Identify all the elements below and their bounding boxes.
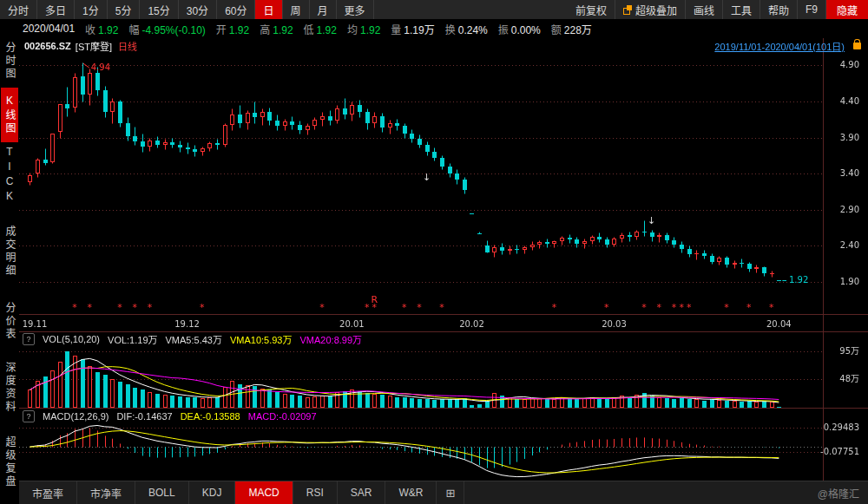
- indicator-grid-button[interactable]: ⊞: [437, 481, 464, 504]
- vol-value: VOL:1.19万: [108, 332, 157, 346]
- vol-indicator-name[interactable]: VOL(5,10,20): [43, 334, 100, 344]
- quote-avg: 均1.92: [347, 22, 380, 36]
- field-value: 0.00%: [511, 24, 541, 36]
- quote-low: 低1.92: [304, 22, 337, 36]
- toolbar-item-tools[interactable]: 工具: [723, 0, 760, 19]
- dif-value: DIF:-0.14637: [116, 411, 172, 422]
- field-label: 额: [551, 24, 562, 36]
- quote-change: 幅-4.95%(-0.10): [128, 22, 205, 36]
- toolbar-item-super-overlay[interactable]: 超级叠加: [615, 0, 686, 19]
- chart-main-area: 002656.SZ [ST摩登] 日线 2019/11/01-2020/04/0…: [19, 38, 868, 504]
- watermark: @格隆汇: [818, 486, 859, 501]
- tab-rsi[interactable]: RSI: [293, 481, 338, 504]
- field-value: -4.95%(-0.10): [141, 24, 205, 36]
- quote-close: 收1.92: [85, 22, 118, 36]
- toolbar-item-daily[interactable]: 日: [255, 0, 282, 19]
- tab-sar[interactable]: SAR: [338, 481, 386, 504]
- macd-pane-header: ? MACD(12,26,9) DIF:-0.14637 DEA:-0.1358…: [23, 409, 325, 422]
- field-label: 量: [391, 24, 401, 36]
- toolbar-item-60min[interactable]: 60分: [217, 0, 255, 19]
- field-value: 1.92: [98, 24, 118, 36]
- toolbar-item-weekly[interactable]: 周: [283, 0, 310, 19]
- quote-amount: 额228万: [551, 22, 592, 36]
- dea-value: DEA:-0.13588: [181, 411, 240, 422]
- toolbar-item-30min[interactable]: 30分: [179, 0, 217, 19]
- field-value: 1.92: [273, 24, 293, 36]
- macd-indicator-name[interactable]: MACD(12,26,9): [43, 411, 108, 422]
- tab-wr[interactable]: W&R: [385, 481, 437, 504]
- field-value: 0.24%: [458, 24, 488, 36]
- help-icon[interactable]: ?: [23, 333, 35, 345]
- field-label: 均: [347, 24, 358, 36]
- top-toolbar: 分时 多日 1分 5分 15分 30分 60分 日 周 月 更多 前复权 超级叠…: [0, 0, 868, 19]
- toolbar-right-group: 前复权 超级叠加 画线 工具 帮助 F9 隐藏: [568, 0, 868, 19]
- tab-boll[interactable]: BOLL: [135, 481, 189, 504]
- quote-open: 开1.92: [216, 22, 249, 36]
- toolbar-item-monthly[interactable]: 月: [310, 0, 337, 19]
- quote-high: 高1.92: [260, 22, 293, 36]
- stock-name: [ST摩登]: [76, 39, 112, 53]
- quote-amplitude: 振0.00%: [498, 22, 541, 36]
- chart-period-label: 日线: [118, 39, 137, 53]
- help-icon[interactable]: ?: [23, 410, 35, 422]
- vma20-value: VMA20:8.99万: [300, 332, 363, 346]
- field-value: 1.19万: [404, 24, 434, 36]
- tab-pe-ratio[interactable]: 市盈率: [19, 481, 77, 504]
- tab-kdj[interactable]: KDJ: [189, 481, 236, 504]
- sidebar-item-price-table[interactable]: 分价表: [1, 302, 18, 341]
- toolbar-item-5min[interactable]: 5分: [108, 0, 141, 19]
- sidebar-item-tick[interactable]: TICK: [1, 146, 18, 205]
- indicator-tabs-bar: 市盈率 市净率 BOLL KDJ MACD RSI SAR W&R ⊞ @格隆汇: [19, 481, 868, 504]
- volume-pane-header: ? VOL(5,10,20) VOL:1.19万 VMA5:5.43万 VMA1…: [23, 332, 370, 345]
- toolbar-item-more[interactable]: 更多: [337, 0, 374, 19]
- toolbar-item-f9[interactable]: F9: [798, 0, 826, 19]
- field-label: 低: [304, 24, 314, 36]
- overlay-icon: [623, 5, 632, 14]
- toolbar-item-fenshi[interactable]: 分时: [0, 0, 37, 19]
- field-value: 1.92: [317, 24, 337, 36]
- vma5-value: VMA5:5.43万: [166, 332, 222, 346]
- field-label: 收: [85, 24, 95, 36]
- tab-pb-ratio[interactable]: 市净率: [77, 481, 135, 504]
- field-label: 振: [498, 24, 509, 36]
- tab-macd[interactable]: MACD: [235, 481, 293, 504]
- field-label: 高: [260, 24, 270, 36]
- toolbar-item-draw-line[interactable]: 画线: [686, 0, 723, 19]
- field-label: 开: [216, 24, 227, 36]
- lock-icon[interactable]: [853, 43, 861, 49]
- field-value: 1.92: [229, 24, 249, 36]
- quote-turnover-rate: 换0.24%: [445, 22, 488, 36]
- quote-volume: 量1.19万: [391, 22, 434, 36]
- sidebar-item-time-chart[interactable]: 分时图: [1, 42, 18, 81]
- sidebar-item-depth-info[interactable]: 深度资料: [1, 362, 18, 414]
- date-range-link[interactable]: 2019/11/01-2020/04/01(101日): [714, 39, 845, 53]
- toolbar-item-hide[interactable]: 隐藏: [826, 0, 868, 19]
- sidebar-item-super-review[interactable]: 超级复盘: [1, 436, 18, 488]
- macd-value: MACD:-0.02097: [248, 411, 317, 422]
- toolbar-item-label: 超级叠加: [635, 3, 677, 17]
- vma10-value: VMA10:5.93万: [230, 332, 293, 346]
- stock-code: 002656.SZ: [24, 41, 71, 51]
- toolbar-item-1min[interactable]: 1分: [75, 0, 108, 19]
- sidebar-item-kline-chart[interactable]: K线图: [1, 88, 18, 142]
- toolbar-item-help[interactable]: 帮助: [760, 0, 798, 19]
- field-value: 228万: [564, 24, 592, 36]
- toolbar-item-duori[interactable]: 多日: [37, 0, 75, 19]
- toolbar-item-15min[interactable]: 15分: [140, 0, 178, 19]
- field-value: 1.92: [360, 24, 380, 36]
- field-label: 幅: [128, 24, 139, 36]
- left-sidebar: 分时图 K线图 TICK 成交明细 分价表 深度资料 超级复盘: [0, 38, 19, 504]
- chart-header: 002656.SZ [ST摩登] 日线 2019/11/01-2020/04/0…: [19, 38, 868, 54]
- field-label: 换: [445, 24, 456, 36]
- quote-info-bar: 2020/04/01 收1.92 幅-4.95%(-0.10) 开1.92 高1…: [0, 19, 868, 38]
- quote-date: 2020/04/01: [23, 23, 75, 35]
- toolbar-item-qfq[interactable]: 前复权: [568, 0, 615, 19]
- sidebar-item-trade-detail[interactable]: 成交明细: [1, 226, 18, 278]
